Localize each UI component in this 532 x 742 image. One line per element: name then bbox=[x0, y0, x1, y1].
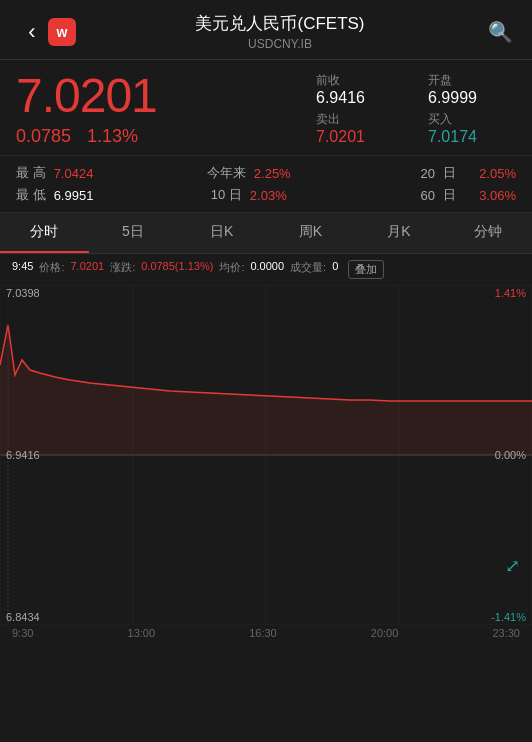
back-icon: ‹ bbox=[28, 19, 35, 45]
price-left: 7.0201 0.0785 1.13% bbox=[16, 72, 300, 147]
chart-container: 7.0398 6.9416 6.8434 1.41% 0.00% -1.41% bbox=[0, 285, 532, 625]
chart-section: 9:45 价格: 7.0201 涨跌: 0.0785(1.13%) 均价: 0.… bbox=[0, 254, 532, 674]
x-label-3: 20:00 bbox=[371, 627, 399, 639]
chart-avg-val: 0.0000 bbox=[250, 260, 284, 279]
overlay-button[interactable]: 叠加 bbox=[348, 260, 384, 279]
y-label-bottom-right: -1.41% bbox=[491, 611, 526, 623]
w-label: w bbox=[57, 24, 68, 40]
tab-zhouk[interactable]: 周K bbox=[266, 213, 355, 253]
search-icon: 🔍 bbox=[488, 20, 513, 44]
maichu-item: 卖出 7.0201 bbox=[316, 111, 404, 146]
day60-value: 3.06% bbox=[464, 188, 516, 203]
jinnlai-label: 今年来 bbox=[207, 164, 246, 182]
chart-vol-label: 成交量: bbox=[290, 260, 326, 279]
day60-unit: 日 bbox=[443, 186, 456, 204]
chart-price-label: 价格: bbox=[39, 260, 64, 279]
maichu-value: 7.0201 bbox=[316, 128, 404, 146]
tab-yuek[interactable]: 月K bbox=[355, 213, 444, 253]
x-label-0: 9:30 bbox=[12, 627, 33, 639]
x-axis: 9:30 13:00 16:30 20:00 23:30 bbox=[0, 625, 532, 641]
day60-label: 60 bbox=[407, 188, 435, 203]
header: ‹ w 美元兑人民币(CFETS) USDCNY.IB 🔍 bbox=[0, 0, 532, 60]
price-change-value: 0.0785 bbox=[16, 126, 71, 147]
qianshou-label: 前收 bbox=[316, 72, 404, 89]
price-change: 0.0785 1.13% bbox=[16, 126, 300, 147]
tab-rik[interactable]: 日K bbox=[177, 213, 266, 253]
maichu-label: 卖出 bbox=[316, 111, 404, 128]
stats-section: 最 高 7.0424 今年来 2.25% 20 日 2.05% 最 低 6.99… bbox=[0, 155, 532, 213]
tab-5ri[interactable]: 5日 bbox=[89, 213, 178, 253]
zuidi-value: 6.9951 bbox=[54, 188, 106, 203]
chart-price-val: 7.0201 bbox=[70, 260, 104, 279]
y-label-mid-left: 6.9416 bbox=[6, 449, 40, 461]
x-label-2: 16:30 bbox=[249, 627, 277, 639]
mairu-item: 买入 7.0174 bbox=[428, 111, 516, 146]
chart-info-bar: 9:45 价格: 7.0201 涨跌: 0.0785(1.13%) 均价: 0.… bbox=[0, 254, 532, 285]
zuidi-label: 最 低 bbox=[16, 186, 46, 204]
qianshou-value: 6.9416 bbox=[316, 89, 404, 107]
stats-row-2: 最 低 6.9951 10 日 2.03% 60 日 3.06% bbox=[16, 186, 516, 204]
chart-vol-val: 0 bbox=[332, 260, 338, 279]
price-change-pct: 1.13% bbox=[87, 126, 138, 147]
back-button[interactable]: ‹ bbox=[16, 16, 48, 48]
main-price: 7.0201 bbox=[16, 72, 300, 120]
x-label-1: 13:00 bbox=[128, 627, 156, 639]
y-label-top-left: 7.0398 bbox=[6, 287, 40, 299]
mairu-value: 7.0174 bbox=[428, 128, 516, 146]
day10-value: 2.03% bbox=[250, 188, 302, 203]
y-label-top-right: 1.41% bbox=[495, 287, 526, 299]
jinnlai-value: 2.25% bbox=[254, 166, 306, 181]
kaipen-value: 6.9999 bbox=[428, 89, 516, 107]
kaipen-item: 开盘 6.9999 bbox=[428, 72, 516, 107]
header-center: 美元兑人民币(CFETS) USDCNY.IB bbox=[76, 12, 484, 51]
tabs-section: 分时 5日 日K 周K 月K 分钟 bbox=[0, 213, 532, 254]
zuigao-value: 7.0424 bbox=[54, 166, 106, 181]
y-label-mid-right: 0.00% bbox=[495, 449, 526, 461]
price-section: 7.0201 0.0785 1.13% 前收 6.9416 开盘 6.9999 … bbox=[0, 60, 532, 155]
day20-unit: 日 bbox=[443, 164, 456, 182]
day20-value: 2.05% bbox=[464, 166, 516, 181]
zuigao-label: 最 高 bbox=[16, 164, 46, 182]
chart-time: 9:45 bbox=[12, 260, 33, 279]
price-right: 前收 6.9416 开盘 6.9999 卖出 7.0201 买入 7.0174 bbox=[316, 72, 516, 146]
pan-icon[interactable]: ⤢ bbox=[505, 555, 520, 577]
tab-fenshi[interactable]: 分时 bbox=[0, 213, 89, 253]
x-label-4: 23:30 bbox=[492, 627, 520, 639]
search-button[interactable]: 🔍 bbox=[484, 16, 516, 48]
qianshou-item: 前收 6.9416 bbox=[316, 72, 404, 107]
day10-label: 10 日 bbox=[211, 186, 242, 204]
mairu-label: 买入 bbox=[428, 111, 516, 128]
chart-change-label: 涨跌: bbox=[110, 260, 135, 279]
w-logo: w bbox=[48, 18, 76, 46]
kaipen-label: 开盘 bbox=[428, 72, 516, 89]
chart-change-val: 0.0785(1.13%) bbox=[141, 260, 213, 279]
stats-row-1: 最 高 7.0424 今年来 2.25% 20 日 2.05% bbox=[16, 164, 516, 182]
chart-svg bbox=[0, 285, 532, 625]
page-subtitle: USDCNY.IB bbox=[76, 37, 484, 51]
y-label-bottom-left: 6.8434 bbox=[6, 611, 40, 623]
tab-fenzhong[interactable]: 分钟 bbox=[443, 213, 532, 253]
day20-label: 20 bbox=[407, 166, 435, 181]
page-title: 美元兑人民币(CFETS) bbox=[76, 12, 484, 35]
chart-avg-label: 均价: bbox=[219, 260, 244, 279]
